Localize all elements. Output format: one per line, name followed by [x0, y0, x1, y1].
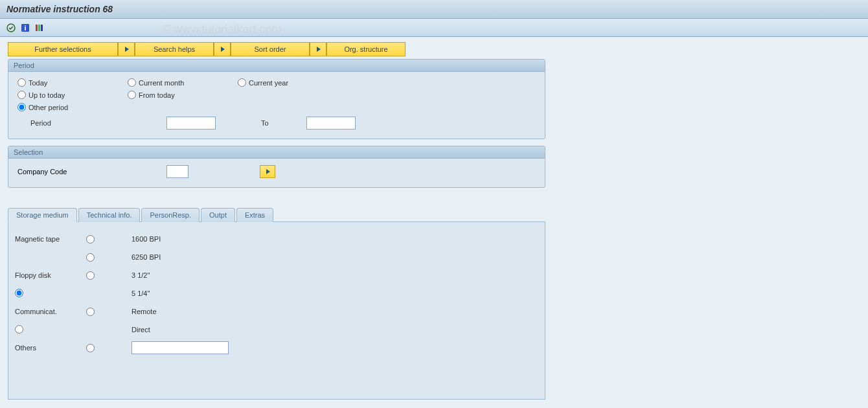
- multiple-selection-button[interactable]: [260, 165, 275, 178]
- color-bars-icon[interactable]: [34, 22, 45, 34]
- today-label[interactable]: Today: [29, 79, 47, 87]
- title-bar: Normative instruction 68: [0, 0, 868, 19]
- sort-order-arrow-button[interactable]: [214, 42, 231, 56]
- direct-label: Direct: [131, 326, 150, 334]
- today-radio[interactable]: [17, 78, 26, 87]
- sort-order-button[interactable]: Sort order: [231, 42, 310, 56]
- period-field-label: Period: [30, 119, 166, 127]
- remote-radio[interactable]: [86, 308, 95, 316]
- arrow-right-icon: [221, 47, 225, 52]
- page-title: Normative instruction 68: [6, 4, 862, 14]
- floppy-3-5-radio[interactable]: [86, 271, 95, 280]
- magnetic-tape-label: Magnetic tape: [15, 235, 86, 243]
- storage-tab-panel: Magnetic tape 1600 BPI 6250 BPI Floppy d…: [8, 221, 545, 400]
- size-5-25-label: 5 1/4": [131, 289, 150, 297]
- other-period-label[interactable]: Other period: [29, 104, 68, 111]
- tab-storage-medium[interactable]: Storage medium: [8, 208, 77, 222]
- direct-left-radio[interactable]: [15, 325, 23, 334]
- selection-group: Selection Company Code: [8, 146, 545, 188]
- svg-rect-3: [36, 25, 38, 31]
- magnetic-tape-6250-radio[interactable]: [86, 253, 95, 262]
- tab-extras[interactable]: Extras: [236, 208, 273, 222]
- svg-text:i: i: [24, 24, 26, 32]
- info-icon[interactable]: i: [19, 22, 31, 34]
- svg-rect-4: [38, 25, 40, 31]
- current-month-radio[interactable]: [128, 78, 136, 87]
- up-to-today-radio[interactable]: [17, 91, 26, 99]
- search-helps-button[interactable]: Search helps: [135, 42, 214, 56]
- search-helps-arrow-button[interactable]: [118, 42, 135, 56]
- others-input[interactable]: [131, 341, 229, 354]
- arrow-right-icon: [317, 47, 321, 52]
- content-area: Further selections Search helps Sort ord…: [0, 37, 868, 408]
- period-group-title: Period: [8, 60, 545, 72]
- from-today-label[interactable]: From today: [139, 91, 175, 99]
- company-code-label: Company Code: [17, 168, 166, 176]
- org-structure-button[interactable]: Org. structure: [326, 42, 405, 56]
- execute-icon[interactable]: [5, 22, 17, 34]
- up-to-today-label[interactable]: Up to today: [29, 91, 65, 99]
- tab-person-resp[interactable]: PersonResp.: [141, 208, 200, 222]
- current-year-label[interactable]: Current year: [249, 79, 288, 87]
- svg-rect-5: [41, 25, 43, 31]
- arrow-right-icon: [266, 169, 270, 174]
- arrow-right-icon: [125, 47, 129, 52]
- selection-group-title: Selection: [8, 146, 545, 159]
- current-month-label[interactable]: Current month: [139, 79, 184, 87]
- size-3-5-label: 3 1/2": [131, 271, 150, 279]
- others-label: Others: [15, 344, 86, 352]
- bpi-1600-label: 1600 BPI: [131, 235, 161, 243]
- other-period-radio[interactable]: [17, 103, 26, 111]
- magnetic-tape-1600-radio[interactable]: [86, 235, 95, 244]
- tab-technical-info[interactable]: Technical info.: [78, 208, 141, 222]
- period-from-input[interactable]: [166, 117, 216, 130]
- bpi-6250-label: 6250 BPI: [131, 253, 161, 261]
- tab-strip: Storage medium Technical info. PersonRes…: [8, 207, 860, 221]
- action-button-row: Further selections Search helps Sort ord…: [8, 42, 860, 56]
- others-radio[interactable]: [86, 344, 95, 352]
- current-year-radio[interactable]: [238, 78, 246, 87]
- further-selections-button[interactable]: Further selections: [8, 42, 118, 56]
- period-group: Period Today Current month Current year …: [8, 59, 545, 139]
- from-today-radio[interactable]: [128, 91, 136, 99]
- tab-output[interactable]: Outpt: [201, 208, 235, 222]
- period-to-input[interactable]: [306, 117, 356, 130]
- org-structure-arrow-button[interactable]: [310, 42, 326, 56]
- communicat-label: Communicat.: [15, 308, 86, 315]
- toolbar: i: [0, 19, 868, 37]
- floppy-5-25-left-radio[interactable]: [15, 289, 23, 297]
- remote-label: Remote: [131, 308, 157, 315]
- period-to-label: To: [216, 119, 306, 127]
- floppy-disk-label: Floppy disk: [15, 271, 86, 279]
- company-code-input[interactable]: [166, 165, 188, 178]
